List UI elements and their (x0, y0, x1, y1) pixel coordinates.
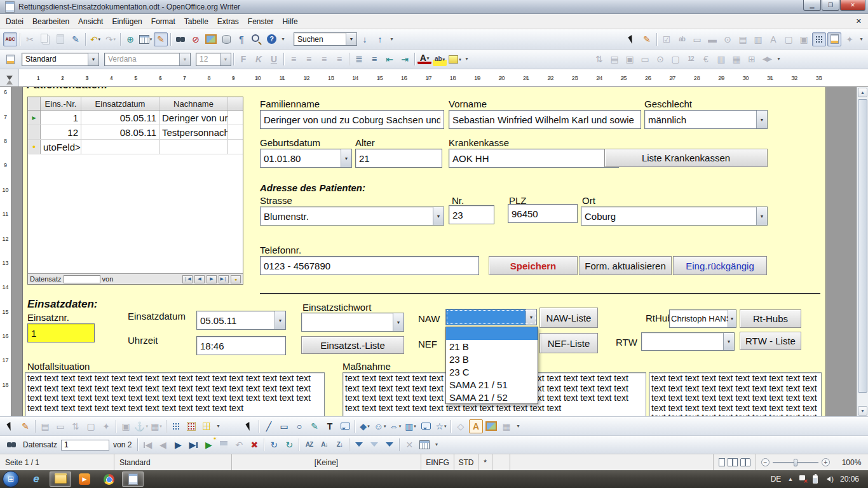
horizontal-ruler[interactable]: 1234567891011121314151617181920212223242… (0, 69, 868, 87)
einsatznr-field[interactable] (27, 323, 95, 342)
ort-arrow-icon[interactable] (756, 207, 767, 225)
uhrzeit-field[interactable] (196, 336, 286, 355)
einsatzdatum-combo[interactable]: 05.05.11 (196, 311, 286, 330)
naw-liste-button[interactable]: NAW-Liste (539, 308, 598, 328)
naw-arrow-icon[interactable] (526, 309, 536, 325)
list-item[interactable] (446, 327, 538, 340)
select-cursor-icon[interactable] (3, 419, 17, 433)
zoom-out-icon[interactable]: − (761, 458, 770, 466)
cell-einsnr[interactable]: 12 (41, 125, 81, 139)
display-grid-icon[interactable] (169, 419, 183, 433)
standard-filter-icon[interactable] (383, 438, 397, 452)
zoom-in-icon[interactable]: + (822, 458, 830, 466)
cell-datum[interactable]: 08.05.11 (81, 125, 159, 139)
list-item[interactable]: SAMA 21 / 51 (446, 378, 538, 391)
familienname-field[interactable] (260, 110, 444, 129)
strasse-combo[interactable]: Blumenstr. (260, 207, 444, 226)
autofilter-icon[interactable] (352, 438, 366, 452)
rectangle-icon[interactable]: ▭ (277, 419, 291, 433)
decrease-indent-icon[interactable]: ⇤ (383, 52, 397, 66)
table-row[interactable]: ▸ 1 05.05.11 Deringer von ur (28, 111, 243, 125)
flowchart-icon[interactable]: ▥ (403, 419, 417, 433)
grid-col-einsnr[interactable]: Eins.-Nr. (41, 97, 81, 110)
freeform-line-icon[interactable]: ✎ (308, 419, 322, 433)
text-icon[interactable]: T (323, 419, 337, 433)
list-item[interactable]: 23 C (446, 365, 538, 378)
nef-liste-button[interactable]: NEF-Liste (539, 333, 598, 353)
grid-last-record-icon[interactable]: ▶❘ (219, 275, 229, 283)
tray-expand-icon[interactable]: ▲ (787, 476, 793, 482)
grid-col-einsatzdatum[interactable]: Einsatzdatum (81, 97, 159, 110)
insert-mode-indicator[interactable]: EINFG (421, 454, 454, 470)
form-design-icon[interactable] (827, 32, 841, 46)
start-button[interactable]: ⊞ (3, 471, 19, 487)
sort-icon[interactable]: AZ (302, 438, 316, 452)
maximize-button[interactable]: ❐ (822, 0, 839, 11)
vorname-field[interactable] (449, 110, 641, 129)
multi-page-view-icon[interactable] (728, 458, 738, 466)
datasources-icon[interactable] (219, 32, 233, 46)
liste-krankenkassen-button[interactable]: Liste Krankenkassen (604, 149, 768, 167)
scroll-up-icon[interactable]: ▲ (858, 88, 867, 97)
grid-first-record-icon[interactable]: ❘◀ (182, 275, 193, 283)
font-color-icon[interactable]: A (417, 54, 431, 64)
zoom-icon[interactable] (250, 32, 264, 46)
cell-nachname[interactable]: Deringer von ur (159, 111, 228, 125)
size-combo-arrow-icon[interactable] (220, 53, 231, 65)
grid-record-input[interactable] (64, 275, 100, 283)
paragraph-style-combo[interactable]: Standard (22, 53, 99, 66)
geburtsdatum-arrow-icon[interactable] (341, 149, 351, 167)
basic-shapes-icon[interactable]: ◆ (358, 419, 372, 433)
plz-field[interactable] (508, 204, 578, 223)
undo-icon[interactable]: ↶ (88, 32, 102, 46)
einsatzstichwort-liste-button[interactable]: Einsatzst.-Liste (301, 336, 404, 354)
design-mode-icon[interactable]: ✎ (640, 32, 654, 46)
style-combo-arrow-icon[interactable] (88, 53, 98, 65)
scrollbar-thumb[interactable] (858, 99, 867, 393)
zoom-track[interactable] (773, 462, 818, 463)
gallery-icon[interactable] (204, 32, 218, 46)
tab-stop-selector[interactable] (0, 69, 19, 86)
geschlecht-arrow-icon[interactable] (756, 111, 767, 128)
search-combo-arrow-icon[interactable] (346, 33, 356, 45)
stars-icon[interactable]: ☆ (434, 419, 448, 433)
page-style-indicator[interactable]: Standard (114, 454, 232, 470)
einsatzstichwort-arrow-icon[interactable] (393, 313, 403, 331)
rthub-combo[interactable]: Christoph HANSA (669, 309, 736, 328)
sort-ascending-icon[interactable]: A↓ (317, 438, 331, 452)
ort-combo[interactable]: Coburg (581, 207, 768, 226)
geburtsdatum-combo[interactable]: 01.01.80 (260, 149, 352, 168)
menu-bearbeiten[interactable]: Bearbeiten (28, 15, 74, 28)
menu-tabelle[interactable]: Tabelle (180, 15, 213, 28)
zoom-percent[interactable]: 100% (835, 454, 868, 470)
rtw-liste-button[interactable]: RTW - Liste (740, 332, 801, 350)
taskbar-chrome-button[interactable] (98, 471, 119, 487)
toolbar-overflow-icon[interactable]: ▾ (215, 419, 222, 433)
toolbar-overflow-icon[interactable]: ▾ (515, 419, 522, 433)
cell-datum[interactable]: 05.05.11 (81, 111, 159, 125)
cell-datum[interactable] (81, 140, 159, 154)
spellcheck-icon[interactable]: ABC (3, 32, 17, 46)
taskbar-ie-button[interactable]: e (25, 471, 47, 487)
krankenkasse-combo[interactable]: AOK HH (449, 149, 619, 168)
bullet-list-icon[interactable]: ≡ (367, 52, 381, 66)
menu-fenster[interactable]: Fenster (243, 15, 278, 28)
delete-record-icon[interactable]: ✖ (247, 438, 261, 452)
find-down-icon[interactable]: ↓ (358, 32, 372, 46)
taskbar-mediaplayer-button[interactable]: ▶ (74, 471, 95, 487)
cell-nachname[interactable]: Testpersonnach (159, 125, 228, 139)
menu-ansicht[interactable]: Ansicht (74, 15, 107, 28)
close-button[interactable]: ✕ (840, 0, 865, 11)
hyperlink-icon[interactable]: ⊕ (123, 32, 137, 46)
nonprinting-chars-icon[interactable]: ¶ (234, 32, 248, 46)
menu-hilfe[interactable]: Hilfe (278, 15, 302, 28)
rtw-combo[interactable] (641, 332, 735, 351)
selection-mode-indicator[interactable]: STD (454, 454, 478, 470)
from-file-icon[interactable] (484, 419, 498, 433)
notfallsituation-textarea[interactable]: text text text text text text text text … (25, 372, 325, 416)
list-item[interactable]: 23 B (446, 353, 538, 365)
record-number-input[interactable] (61, 440, 109, 451)
cell-einsnr[interactable]: 1 (41, 111, 81, 125)
symbol-shapes-icon[interactable]: ☺ (373, 419, 387, 433)
single-page-view-icon[interactable] (719, 458, 725, 466)
